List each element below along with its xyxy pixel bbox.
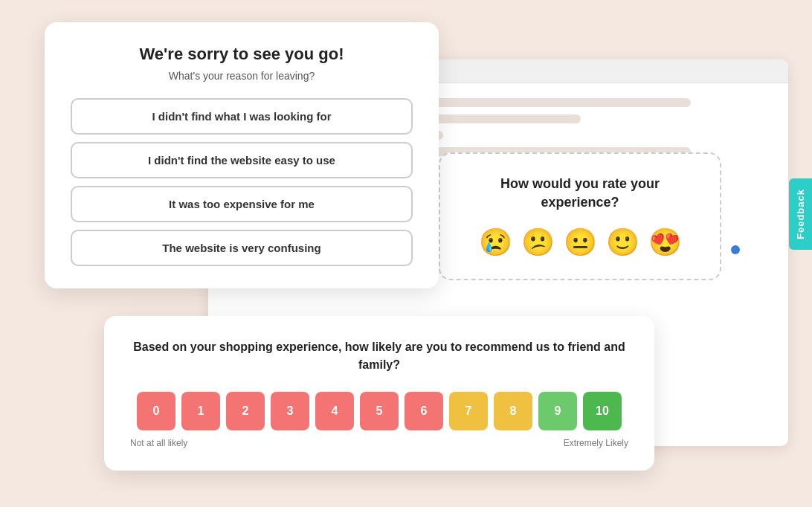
feedback-tab[interactable]: Feedback bbox=[789, 178, 812, 250]
option-btn-4[interactable]: The website is very confusing bbox=[71, 230, 413, 266]
nps-btn-2[interactable]: 2 bbox=[226, 392, 265, 430]
nps-labels: Not at all likely Extremely Likely bbox=[130, 438, 628, 448]
leaving-title: We're sorry to see you go! bbox=[71, 45, 413, 64]
nps-btn-8[interactable]: 8 bbox=[494, 392, 532, 430]
nps-btn-6[interactable]: 6 bbox=[405, 392, 443, 430]
emoji-1[interactable]: 😢 bbox=[479, 227, 512, 258]
nps-btn-5[interactable]: 5 bbox=[360, 392, 399, 430]
leaving-card: We're sorry to see you go! What's your r… bbox=[45, 22, 439, 288]
leaving-subtitle: What's your reason for leaving? bbox=[71, 70, 413, 82]
connector-dot bbox=[731, 245, 740, 254]
rating-title: How would you rate your experience? bbox=[463, 175, 697, 212]
nps-btn-9[interactable]: 9 bbox=[538, 392, 577, 430]
nps-btn-4[interactable]: 4 bbox=[315, 392, 354, 430]
nps-btn-3[interactable]: 3 bbox=[271, 392, 309, 430]
nps-btn-7[interactable]: 7 bbox=[449, 392, 488, 430]
nps-label-right: Extremely Likely bbox=[564, 438, 628, 448]
emoji-3[interactable]: 😐 bbox=[564, 227, 597, 258]
nps-title: Based on your shopping experience, how l… bbox=[130, 338, 628, 374]
emoji-5[interactable]: 😍 bbox=[648, 227, 682, 258]
option-btn-3[interactable]: It was too expensive for me bbox=[71, 186, 413, 222]
nps-btn-0[interactable]: 0 bbox=[137, 392, 175, 430]
nps-label-left: Not at all likely bbox=[130, 438, 187, 448]
nps-btn-1[interactable]: 1 bbox=[181, 392, 220, 430]
option-btn-2[interactable]: I didn't find the website easy to use bbox=[71, 142, 413, 178]
emoji-row: 😢 😕 😐 🙂 😍 bbox=[463, 227, 697, 258]
emoji-2[interactable]: 😕 bbox=[521, 227, 555, 258]
nps-card: Based on your shopping experience, how l… bbox=[104, 316, 654, 471]
option-btn-1[interactable]: I didn't find what I was looking for bbox=[71, 98, 413, 135]
nps-numbers: 012345678910 bbox=[130, 392, 628, 430]
nps-btn-10[interactable]: 10 bbox=[583, 392, 622, 430]
rating-card: How would you rate your experience? 😢 😕 … bbox=[439, 152, 721, 280]
emoji-4[interactable]: 🙂 bbox=[606, 227, 639, 258]
